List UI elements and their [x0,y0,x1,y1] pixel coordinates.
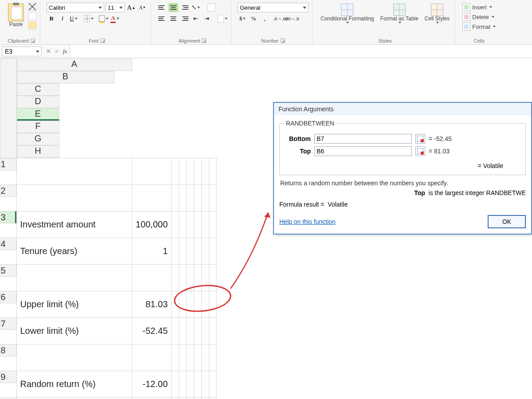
cell[interactable] [172,291,179,317]
col-header[interactable]: G [17,133,59,145]
cell[interactable] [209,344,217,371]
borders-button[interactable] [84,14,94,23]
cell[interactable] [132,344,172,371]
col-header[interactable]: E [17,108,59,121]
cell[interactable] [179,397,187,399]
cell[interactable] [194,211,202,238]
cell[interactable] [194,397,202,399]
cell-styles-button[interactable]: Cell Styles [423,3,452,24]
comma-button[interactable]: , [260,14,270,23]
format-as-table-button[interactable]: Format as Table [379,3,420,24]
row-header[interactable]: 6 [0,291,16,303]
cell[interactable]: 81.03 [132,291,172,317]
cell[interactable] [194,291,202,317]
format-button[interactable]: Format [462,22,497,31]
format-painter-icon[interactable] [28,21,36,29]
cell[interactable]: Tenure (years) [16,238,132,264]
cell[interactable] [202,397,209,399]
cell[interactable] [179,291,187,317]
align-left-icon[interactable] [157,14,167,23]
font-name-select[interactable]: Calibri [47,3,104,12]
paste-button[interactable]: Paste [6,3,26,28]
cell[interactable] [132,264,172,291]
cell[interactable] [179,238,187,264]
decrease-decimal-icon[interactable]: .00→.0 [287,14,297,23]
cell[interactable] [172,397,179,399]
cell[interactable] [209,317,217,344]
collapse-dialog-icon[interactable] [415,134,425,144]
cell[interactable] [172,238,179,264]
font-color-button[interactable]: A [110,14,120,23]
fx-icon[interactable]: fx [63,48,67,55]
align-center-icon[interactable] [168,14,178,23]
ok-button[interactable]: OK [488,215,526,228]
cell[interactable] [209,184,217,211]
cell[interactable] [187,291,194,317]
select-all-corner[interactable] [0,59,17,158]
cell[interactable] [187,211,194,238]
cut-icon[interactable] [28,3,36,11]
cell[interactable] [209,264,217,291]
dialog-title[interactable]: Function Arguments [274,103,531,115]
cell[interactable] [172,211,179,238]
cell[interactable] [194,344,202,371]
cell[interactable] [187,264,194,291]
align-middle-icon[interactable] [168,3,178,12]
col-header[interactable]: B [17,71,114,83]
help-link[interactable]: Help on this function [279,218,336,225]
cell[interactable] [179,264,187,291]
cell[interactable] [194,238,202,264]
cell[interactable] [172,184,179,211]
dialog-launcher-icon[interactable] [281,39,285,43]
increase-font-icon[interactable]: A▲ [126,3,136,12]
cell[interactable]: 1 [132,238,172,264]
cell[interactable] [172,317,179,344]
cell[interactable] [179,211,187,238]
cell[interactable] [209,371,217,397]
align-right-icon[interactable] [180,14,189,23]
cell[interactable] [179,344,187,371]
col-header[interactable]: D [17,96,59,108]
cell[interactable] [187,184,194,211]
cell[interactable] [179,317,187,344]
collapse-dialog-icon[interactable] [415,146,425,156]
cell[interactable] [132,397,172,399]
decrease-font-icon[interactable]: A▼ [137,3,147,12]
cell[interactable] [172,344,179,371]
cell[interactable] [132,184,172,211]
dialog-launcher-icon[interactable] [202,39,206,43]
align-top-icon[interactable] [157,3,167,12]
cell[interactable] [202,184,209,211]
cell[interactable] [202,264,209,291]
cell[interactable]: Investment amount [16,211,132,238]
enter-formula-icon[interactable]: ✓ [55,48,59,55]
align-bottom-icon[interactable] [180,3,189,12]
cell[interactable] [202,211,209,238]
dialog-launcher-icon[interactable] [31,39,35,43]
decrease-indent-icon[interactable]: ⇤ [191,14,200,23]
cell[interactable] [16,184,132,211]
cell[interactable] [187,397,194,399]
insert-button[interactable]: Insert [462,3,493,12]
cell[interactable] [209,291,217,317]
cell[interactable] [209,397,217,399]
cell[interactable]: -12.00 [132,371,172,397]
font-size-select[interactable]: 11 [106,3,125,12]
cell[interactable] [16,264,132,291]
row-header[interactable]: 3 [0,211,16,223]
cell[interactable] [187,371,194,397]
dialog-launcher-icon[interactable] [101,39,105,43]
cancel-formula-icon[interactable]: ✕ [46,48,51,55]
row-header[interactable]: 7 [0,317,16,330]
row-header[interactable]: 9 [0,371,16,383]
row-header[interactable]: 4 [0,238,16,250]
cell[interactable] [172,264,179,291]
currency-button[interactable]: $ [238,14,247,23]
cell[interactable] [202,371,209,397]
cell[interactable]: 100,000 [132,211,172,238]
italic-button[interactable]: I [58,14,67,23]
cell[interactable] [16,344,132,371]
col-header[interactable]: C [17,83,59,96]
cell[interactable] [194,184,202,211]
cell[interactable] [194,158,202,184]
